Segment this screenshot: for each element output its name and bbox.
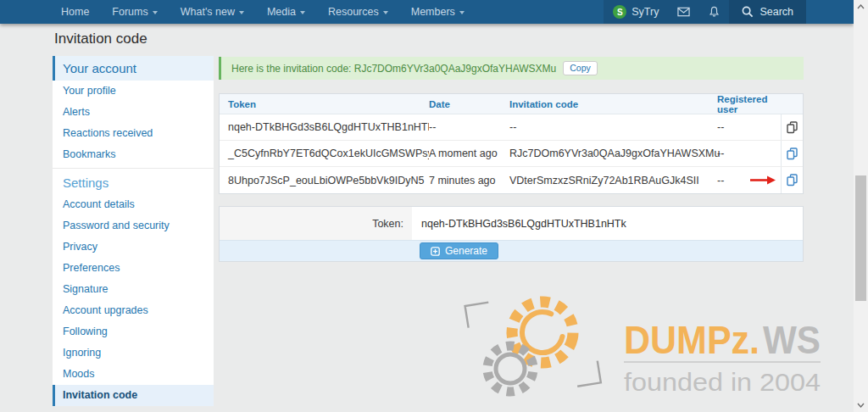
sidebar-item-moods[interactable]: Moods (53, 364, 214, 385)
sidebar-item-privacy[interactable]: Privacy (53, 237, 214, 258)
plus-icon (431, 247, 440, 256)
generate-button-label: Generate (445, 245, 487, 257)
banner-text: Here is the invitation code: RJc7DOm6YVr… (231, 63, 556, 75)
sidebar-item-following[interactable]: Following (53, 321, 214, 342)
token-cell: _C5CyfnRbY7ET6dQCox1ekUIcGMSWPsy (220, 148, 429, 159)
sidebar-item-password-and-security[interactable]: Password and security (53, 215, 214, 237)
crop-corner-icon (574, 361, 601, 387)
sidebar-item-account-upgrades[interactable]: Account upgrades (53, 300, 214, 321)
nav-item-media[interactable]: Media (267, 6, 305, 18)
sidebar-item-your-profile[interactable]: Your profile (53, 81, 214, 102)
table-row: nqeh-DTkBHGd3sB6LQgdHTUxTHB1nHTk -- -- -… (220, 114, 803, 141)
date-cell: 7 minutes ago (429, 175, 509, 187)
chevron-down-icon (239, 11, 244, 14)
column-header-date: Date (429, 99, 509, 109)
nav-item-members[interactable]: Members (411, 6, 465, 18)
scroll-down-button[interactable] (854, 398, 868, 412)
gear-icon (485, 343, 537, 395)
nav-item-label: Media (267, 6, 296, 18)
navbar-right-cluster: S SyTry Search (604, 0, 806, 24)
sidebar-item-preferences[interactable]: Preferences (53, 258, 214, 279)
banner-copy-button[interactable]: Copy (563, 61, 598, 75)
token-label: Token: (220, 207, 412, 240)
invitation-code-cell: -- (509, 121, 717, 133)
red-arrow-annotation (750, 175, 776, 187)
date-cell: A moment ago (429, 148, 509, 159)
username: SyTry (632, 6, 659, 18)
copy-icon (787, 121, 798, 134)
nav-item-resources[interactable]: Resources (328, 6, 388, 18)
generate-token-form: Token: nqeh-DTkBHGd3sB6LQgdHTUxTHB1nHTk … (219, 206, 804, 262)
screen: Home Forums What's new Media Resources M… (0, 0, 868, 412)
generate-button[interactable]: Generate (420, 242, 498, 259)
gear-icon (506, 296, 578, 368)
token-cell: nqeh-DTkBHGd3sB6LQgdHTUxTHB1nHTk (220, 121, 429, 133)
nav-item-label: Forums (112, 6, 147, 18)
chevron-down-icon (383, 11, 388, 14)
chevron-down-icon (857, 403, 865, 408)
sidebar-item-alerts[interactable]: Alerts (53, 102, 214, 123)
nav-item-label: Home (61, 6, 89, 18)
copy-token-button[interactable] (781, 114, 803, 140)
sidebar-item-bookmarks[interactable]: Bookmarks (53, 144, 214, 165)
search-icon (742, 6, 754, 18)
nav-item-label: Resources (328, 6, 379, 18)
user-menu[interactable]: S SyTry (604, 0, 668, 24)
avatar: S (613, 5, 626, 19)
envelope-icon (677, 7, 690, 17)
copy-icon (787, 148, 798, 160)
form-button-bar: Generate (220, 240, 803, 261)
nav-item-home[interactable]: Home (61, 6, 89, 18)
copy-token-button[interactable] (781, 167, 803, 193)
bell-icon (709, 6, 720, 18)
column-header-invitation-code: Invitation code (509, 99, 717, 109)
top-navbar: Home Forums What's new Media Resources M… (0, 0, 854, 24)
conversations-button[interactable] (668, 0, 699, 24)
token-cell: 8Uhpo7JScP_eouLbiOWPe5bbVk9IDyN5 (220, 175, 429, 187)
registered-user-cell: -- (717, 121, 781, 133)
dumpz-watermark: DUMPz. WS founded in 2004 (458, 291, 831, 408)
search-button[interactable]: Search (729, 0, 806, 24)
table-header-row: Token Date Invitation code Registered us… (220, 94, 803, 114)
token-form-row: Token: nqeh-DTkBHGd3sB6LQgdHTUxTHB1nHTk (220, 207, 803, 240)
nav-item-label: Members (411, 6, 455, 18)
sidebar-header-your-account[interactable]: Your account (53, 56, 214, 81)
watermark-brand-secondary: WS (763, 318, 821, 362)
main-menu: Home Forums What's new Media Resources M… (61, 0, 465, 24)
scroll-up-button[interactable] (854, 0, 868, 14)
chevron-down-icon (300, 11, 305, 14)
table-row: 8Uhpo7JScP_eouLbiOWPe5bbVk9IDyN5 7 minut… (220, 167, 803, 193)
scrollbar-thumb[interactable] (855, 175, 866, 301)
invitation-code-banner: Here is the invitation code: RJc7DOm6YVr… (219, 57, 804, 80)
nav-item-whats-new[interactable]: What's new (181, 6, 244, 18)
nav-item-forums[interactable]: Forums (112, 6, 157, 18)
nav-item-label: What's new (181, 6, 235, 18)
sidebar-item-ignoring[interactable]: Ignoring (53, 342, 214, 364)
invitation-code-cell: RJc7DOm6YVr3a0QAaJ9gxOfaYHAWSXMu (509, 148, 717, 159)
watermark-tagline: founded in 2004 (624, 368, 821, 396)
alerts-button[interactable] (699, 0, 729, 24)
column-header-registered-user: Registered user (717, 94, 781, 114)
registered-user-cell: -- (717, 148, 781, 159)
invitation-code-cell: VDterSmzxzSRniZy72Ab1RBAuGJk4SII (509, 175, 717, 187)
table-row: _C5CyfnRbY7ET6dQCox1ekUIcGMSWPsy A momen… (220, 141, 803, 167)
search-label: Search (760, 6, 793, 18)
sidebar-item-reactions-received[interactable]: Reactions received (53, 123, 214, 144)
crop-corner-icon (465, 303, 492, 328)
copy-icon (787, 174, 798, 187)
copy-token-button[interactable] (781, 141, 803, 166)
chevron-down-icon (459, 11, 465, 14)
account-sidebar: Your account Your profile Alerts Reactio… (53, 56, 214, 406)
column-header-token: Token (220, 99, 429, 109)
tokens-table: Token Date Invitation code Registered us… (219, 93, 804, 194)
page-scrollbar[interactable] (854, 0, 868, 412)
sidebar-item-signature[interactable]: Signature (53, 279, 214, 300)
token-value-field: nqeh-DTkBHGd3sB6LQgdHTUxTHB1nHTk (412, 207, 803, 240)
sidebar-item-account-details[interactable]: Account details (53, 194, 214, 215)
date-cell: -- (429, 121, 509, 133)
sidebar-item-invitation-code[interactable]: Invitation code (53, 385, 214, 406)
watermark-brand-primary: DUMPz. (624, 318, 760, 362)
chevron-down-icon (153, 11, 158, 14)
chevron-up-icon (857, 4, 865, 9)
arrow-right-icon (750, 175, 776, 185)
